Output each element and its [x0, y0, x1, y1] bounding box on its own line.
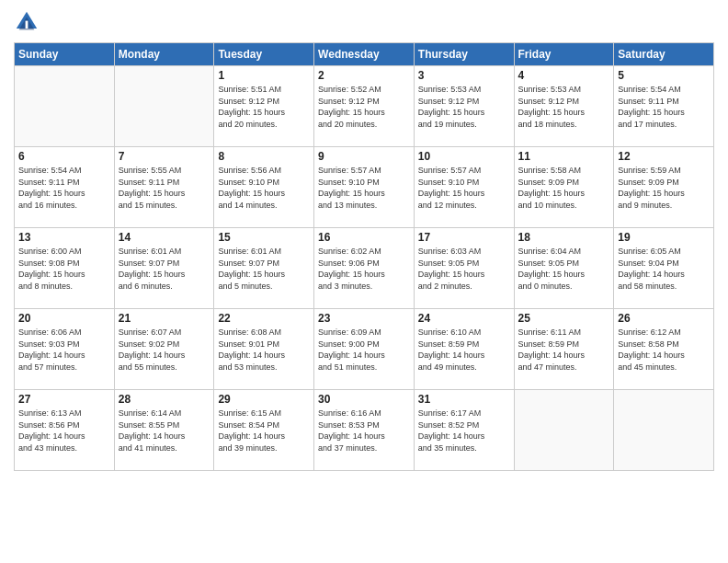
day-info: Sunrise: 5:55 AM Sunset: 9:11 PM Dayligh…: [119, 165, 210, 211]
day-info: Sunrise: 6:07 AM Sunset: 9:02 PM Dayligh…: [119, 327, 210, 373]
day-number: 23: [318, 312, 410, 325]
day-cell: 24Sunrise: 6:10 AM Sunset: 8:59 PM Dayli…: [414, 309, 514, 390]
day-cell: [114, 66, 214, 147]
day-cell: [614, 390, 714, 471]
day-number: 16: [318, 231, 410, 244]
day-info: Sunrise: 6:06 AM Sunset: 9:03 PM Dayligh…: [18, 327, 110, 373]
logo-icon: [14, 9, 40, 35]
day-cell: 21Sunrise: 6:07 AM Sunset: 9:02 PM Dayli…: [114, 309, 214, 390]
day-number: 12: [618, 150, 710, 163]
day-info: Sunrise: 6:17 AM Sunset: 8:52 PM Dayligh…: [418, 408, 510, 454]
day-cell: 20Sunrise: 6:06 AM Sunset: 9:03 PM Dayli…: [15, 309, 115, 390]
day-cell: 25Sunrise: 6:11 AM Sunset: 8:59 PM Dayli…: [514, 309, 614, 390]
day-number: 5: [618, 69, 710, 82]
weekday-header-row: SundayMondayTuesdayWednesdayThursdayFrid…: [15, 43, 714, 66]
svg-rect-2: [26, 21, 28, 29]
day-number: 17: [418, 231, 510, 244]
day-number: 15: [218, 231, 310, 244]
day-info: Sunrise: 6:13 AM Sunset: 8:56 PM Dayligh…: [18, 408, 110, 454]
day-cell: 9Sunrise: 5:57 AM Sunset: 9:10 PM Daylig…: [314, 147, 415, 228]
day-cell: 11Sunrise: 5:58 AM Sunset: 9:09 PM Dayli…: [514, 147, 614, 228]
week-row-4: 20Sunrise: 6:06 AM Sunset: 9:03 PM Dayli…: [15, 309, 714, 390]
day-cell: 23Sunrise: 6:09 AM Sunset: 9:00 PM Dayli…: [314, 309, 415, 390]
day-cell: 17Sunrise: 6:03 AM Sunset: 9:05 PM Dayli…: [414, 228, 514, 309]
day-info: Sunrise: 6:15 AM Sunset: 8:54 PM Dayligh…: [218, 408, 310, 454]
weekday-header-sunday: Sunday: [15, 43, 115, 66]
weekday-header-saturday: Saturday: [614, 43, 714, 66]
logo: [14, 9, 42, 35]
day-number: 21: [119, 312, 210, 325]
day-info: Sunrise: 6:04 AM Sunset: 9:05 PM Dayligh…: [518, 246, 610, 292]
day-info: Sunrise: 6:00 AM Sunset: 9:08 PM Dayligh…: [18, 246, 110, 292]
day-cell: 4Sunrise: 5:53 AM Sunset: 9:12 PM Daylig…: [514, 66, 614, 147]
day-cell: 13Sunrise: 6:00 AM Sunset: 9:08 PM Dayli…: [15, 228, 115, 309]
header: [14, 9, 714, 35]
day-number: 9: [318, 150, 410, 163]
day-info: Sunrise: 5:54 AM Sunset: 9:11 PM Dayligh…: [618, 84, 710, 130]
day-number: 22: [218, 312, 310, 325]
day-number: 31: [418, 393, 510, 406]
day-info: Sunrise: 5:54 AM Sunset: 9:11 PM Dayligh…: [18, 165, 110, 211]
day-info: Sunrise: 5:57 AM Sunset: 9:10 PM Dayligh…: [418, 165, 510, 211]
day-cell: 16Sunrise: 6:02 AM Sunset: 9:06 PM Dayli…: [314, 228, 415, 309]
weekday-header-friday: Friday: [514, 43, 614, 66]
day-number: 19: [618, 231, 710, 244]
day-number: 8: [218, 150, 310, 163]
day-cell: 1Sunrise: 5:51 AM Sunset: 9:12 PM Daylig…: [214, 66, 314, 147]
weekday-header-tuesday: Tuesday: [214, 43, 314, 66]
day-cell: 19Sunrise: 6:05 AM Sunset: 9:04 PM Dayli…: [614, 228, 714, 309]
day-cell: [514, 390, 614, 471]
day-info: Sunrise: 6:01 AM Sunset: 9:07 PM Dayligh…: [119, 246, 210, 292]
day-cell: 8Sunrise: 5:56 AM Sunset: 9:10 PM Daylig…: [214, 147, 314, 228]
day-cell: 27Sunrise: 6:13 AM Sunset: 8:56 PM Dayli…: [15, 390, 115, 471]
day-number: 10: [418, 150, 510, 163]
day-cell: 12Sunrise: 5:59 AM Sunset: 9:09 PM Dayli…: [614, 147, 714, 228]
day-number: 3: [418, 69, 510, 82]
weekday-header-thursday: Thursday: [414, 43, 514, 66]
day-cell: 15Sunrise: 6:01 AM Sunset: 9:07 PM Dayli…: [214, 228, 314, 309]
day-info: Sunrise: 5:59 AM Sunset: 9:09 PM Dayligh…: [618, 165, 710, 211]
day-info: Sunrise: 5:53 AM Sunset: 9:12 PM Dayligh…: [518, 84, 610, 130]
day-number: 26: [618, 312, 710, 325]
day-number: 4: [518, 69, 610, 82]
day-info: Sunrise: 6:08 AM Sunset: 9:01 PM Dayligh…: [218, 327, 310, 373]
page: SundayMondayTuesdayWednesdayThursdayFrid…: [0, 0, 728, 563]
week-row-2: 6Sunrise: 5:54 AM Sunset: 9:11 PM Daylig…: [15, 147, 714, 228]
day-number: 29: [218, 393, 310, 406]
day-cell: 10Sunrise: 5:57 AM Sunset: 9:10 PM Dayli…: [414, 147, 514, 228]
weekday-header-wednesday: Wednesday: [314, 43, 415, 66]
day-number: 14: [119, 231, 210, 244]
day-info: Sunrise: 5:58 AM Sunset: 9:09 PM Dayligh…: [518, 165, 610, 211]
day-number: 2: [318, 69, 410, 82]
week-row-3: 13Sunrise: 6:00 AM Sunset: 9:08 PM Dayli…: [15, 228, 714, 309]
day-info: Sunrise: 6:09 AM Sunset: 9:00 PM Dayligh…: [318, 327, 410, 373]
week-row-5: 27Sunrise: 6:13 AM Sunset: 8:56 PM Dayli…: [15, 390, 714, 471]
day-cell: 6Sunrise: 5:54 AM Sunset: 9:11 PM Daylig…: [15, 147, 115, 228]
day-cell: 29Sunrise: 6:15 AM Sunset: 8:54 PM Dayli…: [214, 390, 314, 471]
day-number: 18: [518, 231, 610, 244]
day-info: Sunrise: 5:52 AM Sunset: 9:12 PM Dayligh…: [318, 84, 410, 130]
day-cell: 18Sunrise: 6:04 AM Sunset: 9:05 PM Dayli…: [514, 228, 614, 309]
day-cell: 30Sunrise: 6:16 AM Sunset: 8:53 PM Dayli…: [314, 390, 415, 471]
day-number: 20: [18, 312, 110, 325]
day-info: Sunrise: 6:10 AM Sunset: 8:59 PM Dayligh…: [418, 327, 510, 373]
day-info: Sunrise: 6:14 AM Sunset: 8:55 PM Dayligh…: [119, 408, 210, 454]
day-cell: 22Sunrise: 6:08 AM Sunset: 9:01 PM Dayli…: [214, 309, 314, 390]
day-number: 24: [418, 312, 510, 325]
day-info: Sunrise: 6:03 AM Sunset: 9:05 PM Dayligh…: [418, 246, 510, 292]
day-cell: 31Sunrise: 6:17 AM Sunset: 8:52 PM Dayli…: [414, 390, 514, 471]
day-info: Sunrise: 6:12 AM Sunset: 8:58 PM Dayligh…: [618, 327, 710, 373]
day-cell: 28Sunrise: 6:14 AM Sunset: 8:55 PM Dayli…: [114, 390, 214, 471]
day-info: Sunrise: 5:56 AM Sunset: 9:10 PM Dayligh…: [218, 165, 310, 211]
week-row-1: 1Sunrise: 5:51 AM Sunset: 9:12 PM Daylig…: [15, 66, 714, 147]
day-number: 30: [318, 393, 410, 406]
day-info: Sunrise: 5:51 AM Sunset: 9:12 PM Dayligh…: [218, 84, 310, 130]
day-info: Sunrise: 6:05 AM Sunset: 9:04 PM Dayligh…: [618, 246, 710, 292]
day-info: Sunrise: 6:02 AM Sunset: 9:06 PM Dayligh…: [318, 246, 410, 292]
day-cell: 26Sunrise: 6:12 AM Sunset: 8:58 PM Dayli…: [614, 309, 714, 390]
day-info: Sunrise: 6:11 AM Sunset: 8:59 PM Dayligh…: [518, 327, 610, 373]
day-info: Sunrise: 6:01 AM Sunset: 9:07 PM Dayligh…: [218, 246, 310, 292]
day-number: 7: [119, 150, 210, 163]
day-number: 28: [119, 393, 210, 406]
day-cell: 3Sunrise: 5:53 AM Sunset: 9:12 PM Daylig…: [414, 66, 514, 147]
